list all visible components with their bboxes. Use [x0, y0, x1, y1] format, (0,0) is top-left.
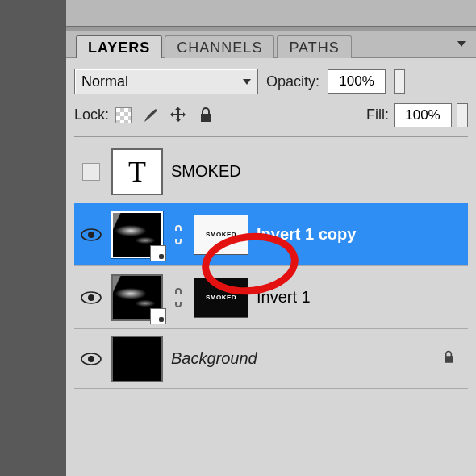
layer-mask-thumbnail[interactable]: SMOKED — [194, 278, 248, 318]
fill-field[interactable] — [394, 103, 452, 127]
eye-icon — [81, 228, 102, 242]
layer-mask-thumbnail[interactable]: SMOKED — [194, 215, 248, 255]
link-icon — [173, 225, 184, 244]
visibility-toggle[interactable] — [81, 228, 102, 242]
layer-row-selected[interactable]: SMOKED Invert 1 copy — [74, 203, 468, 266]
fill-label: Fill: — [366, 106, 389, 123]
link-icon — [173, 288, 184, 307]
type-layer-icon: T — [128, 155, 146, 189]
mask-preview-text: SMOKED — [206, 294, 236, 301]
chevron-down-icon — [243, 79, 251, 85]
layer-name[interactable]: Invert 1 copy — [257, 225, 356, 244]
smart-object-badge-icon — [150, 245, 166, 261]
mask-link-toggle[interactable] — [171, 225, 186, 244]
opacity-label: Opacity: — [266, 73, 319, 90]
mask-preview-text: SMOKED — [206, 231, 236, 238]
svg-point-3 — [88, 294, 94, 301]
blend-mode-select[interactable]: Normal — [74, 69, 258, 94]
layer-name[interactable]: Background — [171, 349, 257, 368]
background-lock-indicator[interactable] — [441, 349, 458, 369]
opacity-scrubber[interactable] — [394, 69, 405, 94]
panel-menu-button[interactable] — [452, 36, 471, 52]
layer-row-background[interactable]: Background — [74, 329, 468, 389]
visibility-toggle[interactable] — [81, 290, 102, 305]
tab-paths[interactable]: PATHS — [277, 35, 351, 58]
mask-link-toggle[interactable] — [171, 288, 186, 307]
lock-icon — [196, 106, 215, 125]
layer-row[interactable]: SMOKED Invert 1 — [74, 266, 468, 329]
tab-channels[interactable]: CHANNELS — [165, 35, 274, 58]
eye-icon — [81, 290, 102, 305]
opacity-field[interactable] — [328, 69, 386, 94]
panel-tab-row: LAYERS CHANNELS PATHS — [66, 31, 476, 58]
lock-position-button[interactable] — [169, 106, 188, 125]
visibility-toggle[interactable] — [82, 163, 100, 181]
eye-icon — [81, 352, 102, 366]
lock-icon — [441, 349, 457, 365]
svg-point-5 — [88, 356, 94, 362]
brush-icon — [141, 106, 161, 125]
lock-transparency-button[interactable] — [114, 106, 133, 125]
layer-row[interactable]: T SMOKED — [74, 140, 468, 203]
fill-scrubber[interactable] — [457, 103, 468, 127]
blend-mode-value: Normal — [81, 73, 128, 90]
layer-thumbnail[interactable] — [111, 211, 163, 258]
caret-down-icon — [457, 41, 466, 47]
transparency-icon — [115, 107, 132, 123]
window-toolbar-strip — [66, 0, 476, 27]
svg-point-1 — [88, 232, 94, 238]
layer-thumbnail-type[interactable]: T — [111, 148, 163, 195]
move-icon — [169, 106, 188, 125]
layer-name[interactable]: Invert 1 — [257, 288, 311, 307]
smart-object-badge-icon — [150, 308, 166, 324]
layer-thumbnail[interactable] — [111, 336, 163, 382]
lock-all-button[interactable] — [196, 106, 215, 125]
lock-label: Lock: — [74, 106, 109, 123]
visibility-toggle[interactable] — [81, 352, 102, 366]
layers-list: T SMOKED SMOKED Invert 1 copy — [74, 140, 468, 389]
layer-name[interactable]: SMOKED — [171, 162, 241, 181]
tab-layers[interactable]: LAYERS — [76, 35, 162, 58]
lock-pixels-button[interactable] — [141, 106, 161, 125]
layer-thumbnail[interactable] — [111, 274, 163, 321]
